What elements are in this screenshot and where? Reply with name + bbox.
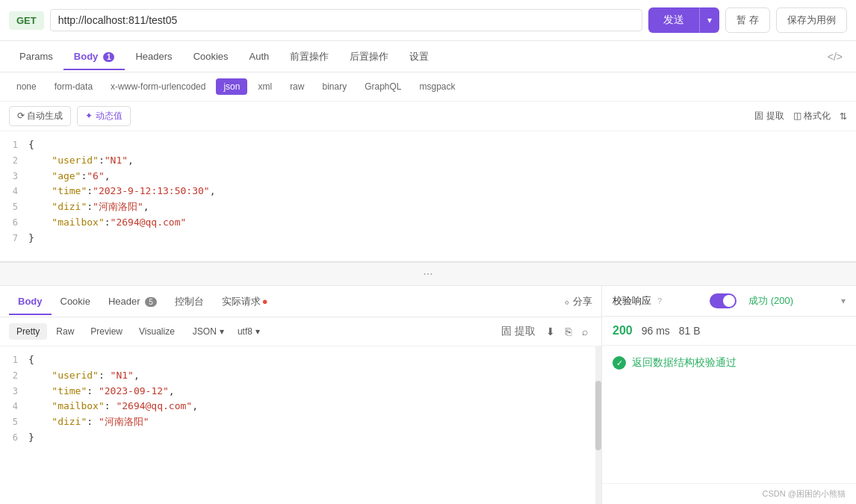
scrollbar-thumb[interactable] [595, 381, 601, 449]
resp-format-visualize[interactable]: Visualize [131, 323, 182, 340]
dynamic-val-button[interactable]: ✦ 动态值 [77, 106, 130, 126]
resp-format-raw[interactable]: Raw [49, 323, 81, 340]
req-line-5: 5 "dizi":"河南洛阳", [0, 199, 856, 215]
resp-format-pretty[interactable]: Pretty [9, 323, 47, 340]
response-code-editor: 1 { 2 "userid": "N1", 3 "time": "2023-09… [0, 346, 601, 504]
footer: CSDN @困困的小熊猫 [602, 483, 856, 504]
resp-json-format[interactable]: JSON ▾ [187, 323, 230, 340]
resp-line-3: 3 "time": "2023-09-12", [0, 384, 601, 399]
req-line-3: 3 "age":"6", [0, 169, 856, 184]
resp-line-6: 6 } [0, 430, 601, 446]
response-right-panel: 校验响应 ? 成功 (200) ▾ 200 96 ms 81 B ✓ 返回数据结… [602, 286, 856, 504]
body-type-msgpack[interactable]: msgpack [412, 78, 463, 95]
tab-body[interactable]: Body 1 [63, 43, 125, 69]
extract-button[interactable]: 固 提取 [754, 110, 784, 122]
toggle-track[interactable] [710, 293, 736, 308]
resp-tab-actual[interactable]: 实际请求● [213, 287, 277, 316]
validation-toggle[interactable] [710, 293, 736, 308]
req-line-2: 2 "userid":"N1", [0, 153, 856, 169]
body-type-form-data[interactable]: form-data [47, 78, 100, 95]
request-body-editor[interactable]: 1 { 2 "userid":"N1", 3 "age":"6", 4 "tim… [0, 131, 856, 262]
validation-pass-row: ✓ 返回数据结构校验通过 [612, 356, 846, 370]
body-type-graphql[interactable]: GraphQL [357, 78, 409, 95]
stat-size: 81 B [679, 325, 701, 337]
scrollbar-track[interactable] [595, 346, 601, 504]
resp-line-5: 5 "dizi": "河南洛阳" [0, 414, 601, 430]
body-type-json[interactable]: json [216, 78, 247, 95]
resp-tab-header[interactable]: Header 5 [99, 288, 166, 314]
resp-format-preview[interactable]: Preview [83, 323, 130, 340]
resp-line-4: 4 "mailbox": "2694@qq.com", [0, 399, 601, 414]
tab-settings[interactable]: 设置 [399, 43, 439, 71]
validation-status: 成功 (200) [748, 294, 793, 308]
resp-extract-button[interactable]: 固 提取 [497, 322, 540, 341]
body-type-urlencoded[interactable]: x-www-form-urlencoded [103, 78, 213, 95]
validation-dropdown-icon[interactable]: ▾ [841, 296, 846, 306]
response-subtabs: Pretty Raw Preview Visualize JSON ▾ utf8… [0, 317, 601, 346]
req-line-6: 6 "mailbox":"2694@qq.com" [0, 215, 856, 231]
url-input[interactable] [50, 9, 643, 31]
req-line-7: 7 } [0, 231, 856, 246]
tab-params[interactable]: Params [9, 43, 63, 69]
validation-result-text: 返回数据结构校验通过 [632, 356, 736, 370]
top-bar: GET 发送 ▾ 暂 存 保存为用例 [0, 0, 856, 41]
format-button[interactable]: ◫ 格式化 [793, 110, 831, 122]
code-toggle-icon[interactable]: </> [823, 51, 847, 63]
resp-tab-cookie[interactable]: Cookie [52, 288, 99, 314]
validation-header: 校验响应 ? 成功 (200) ▾ [602, 286, 856, 317]
tab-headers[interactable]: Headers [125, 43, 182, 69]
share-button[interactable]: ⬦ 分享 [564, 295, 592, 308]
check-circle-icon: ✓ [612, 356, 626, 370]
request-code-editor: 1 { 2 "userid":"N1", 3 "age":"6", 4 "tim… [0, 131, 856, 252]
response-tabs: Body Cookie Header 5 控制台 实际请求● ⬦ 分享 [0, 286, 601, 317]
request-tabs-row: Params Body 1 Headers Cookies Auth 前置操作 … [0, 41, 856, 72]
resp-tab-body[interactable]: Body [9, 288, 52, 314]
send-dropdown-button[interactable]: ▾ [699, 7, 719, 33]
save-example-button[interactable]: 保存为用例 [776, 7, 847, 33]
req-line-1: 1 { [0, 137, 856, 153]
response-stats: 200 96 ms 81 B [602, 317, 856, 346]
resp-encoding[interactable]: utf8 ▾ [232, 323, 266, 340]
resize-divider[interactable]: ··· [0, 262, 856, 286]
resp-line-2: 2 "userid": "N1", [0, 368, 601, 384]
body-type-tabs: none form-data x-www-form-urlencoded jso… [0, 72, 856, 102]
resp-copy-icon[interactable]: ⎘ [561, 323, 576, 340]
resp-save-icon[interactable]: ⬇ [542, 323, 559, 340]
body-type-binary[interactable]: binary [314, 78, 354, 95]
resp-tab-console[interactable]: 控制台 [166, 287, 213, 316]
validation-help-icon[interactable]: ? [657, 296, 662, 305]
footer-text: CSDN @困困的小熊猫 [763, 489, 846, 498]
stat-code: 200 [612, 324, 633, 337]
toggle-knob [723, 295, 735, 307]
tab-pre-actions[interactable]: 前置操作 [279, 43, 339, 71]
method-badge: GET [9, 11, 44, 30]
bottom-section: Body Cookie Header 5 控制台 实际请求● ⬦ 分享 Pret… [0, 286, 856, 504]
body-type-raw[interactable]: raw [282, 78, 311, 95]
send-btn-group: 发送 ▾ [648, 7, 719, 33]
body-badge: 1 [103, 52, 115, 62]
tab-cookies[interactable]: Cookies [183, 43, 239, 69]
response-body: 1 { 2 "userid": "N1", 3 "time": "2023-09… [0, 346, 601, 504]
toolbar-row: ⟳ 自动生成 ✦ 动态值 固 提取 ◫ 格式化 ⇅ [0, 102, 856, 131]
tab-post-actions[interactable]: 后置操作 [339, 43, 399, 71]
response-left-panel: Body Cookie Header 5 控制台 实际请求● ⬦ 分享 Pret… [0, 286, 602, 504]
req-line-4: 4 "time":"2023-9-12:13:50:30", [0, 184, 856, 199]
body-type-none[interactable]: none [9, 78, 44, 95]
send-button[interactable]: 发送 [648, 7, 699, 33]
body-type-xml[interactable]: xml [250, 78, 279, 95]
stat-time: 96 ms [642, 325, 670, 337]
resp-line-1: 1 { [0, 352, 601, 368]
resp-search-icon[interactable]: ⌕ [577, 323, 592, 340]
validation-label: 校验响应 [612, 294, 651, 308]
tab-auth[interactable]: Auth [239, 43, 280, 69]
sort-icon[interactable]: ⇅ [840, 111, 847, 122]
auto-gen-button[interactable]: ⟳ 自动生成 [9, 106, 71, 126]
save-temp-button[interactable]: 暂 存 [725, 7, 770, 33]
validation-result: ✓ 返回数据结构校验通过 [602, 346, 856, 380]
